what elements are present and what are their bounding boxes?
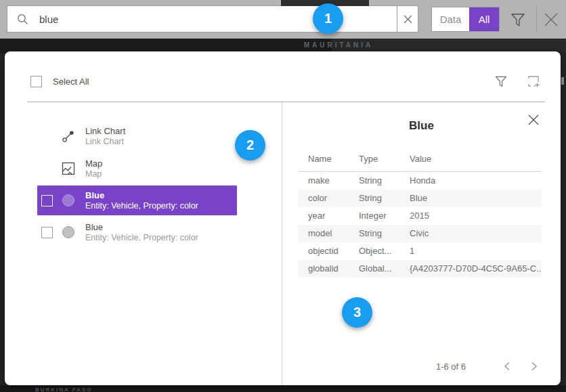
cell-name: objectid [298,242,349,260]
result-title: Map [85,158,102,169]
filter-results-icon[interactable] [494,74,508,88]
item-checkbox[interactable] [41,195,53,206]
pagination: 1-6 of 6 [436,357,543,375]
cell-type: Object... [349,242,399,260]
cell-value: Civic [399,225,542,242]
detail-pane: Blue Name Type Value make String Honda c… [282,102,561,385]
result-item-blue-selected[interactable]: Blue Entity: Vehicle, Property: color [37,186,237,215]
map-label-burkina-faso: BURKINA FASO [35,387,93,392]
cell-name: globalid [298,260,349,278]
result-item-map[interactable]: Map Map [5,153,282,184]
select-all-checkbox[interactable] [30,76,42,87]
result-subtitle: Entity: Vehicle, Property: color [85,233,198,243]
search-scope-toggle: Data All [431,7,500,32]
annotation-callout-3: 3 [342,297,372,328]
cell-value: Honda [399,172,542,190]
select-all-row[interactable]: Select All [30,76,89,87]
cell-value: {A4203777-D70D-4C5C-9A65-C... [399,260,542,278]
map-label-mauritania: MAURITANIA [284,41,393,49]
table-row: model String Civic [298,225,542,242]
cell-value: 2015 [399,207,542,225]
item-checkbox[interactable] [41,227,53,238]
table-header: Name Type Value [298,150,542,172]
result-title: Blue [85,190,198,201]
cell-type: String [349,190,399,207]
previous-page-icon[interactable] [498,357,516,375]
pagination-label: 1-6 of 6 [436,362,466,372]
column-name: Name [298,150,349,171]
detail-title: Blue [282,119,561,133]
cell-name: make [298,172,349,190]
table-row: color String Blue [298,190,542,207]
cell-type: String [349,225,399,242]
select-all-label: Select All [53,77,89,87]
clear-search-button[interactable] [397,6,418,32]
close-search-icon[interactable] [541,9,561,30]
result-subtitle: Link Chart [85,137,125,147]
map-icon [61,161,76,176]
cell-type: Integer [349,207,399,225]
annotation-callout-1: 1 [313,3,343,34]
result-item-blue[interactable]: Blue Entity: Vehicle, Property: color [5,217,282,248]
toolbar-divider [536,6,537,32]
attributes-table: Name Type Value make String Honda color … [298,150,542,278]
cell-name: model [298,225,349,242]
cell-value: Blue [399,190,542,207]
result-title: Blue [85,222,198,233]
cell-name: color [298,190,349,207]
column-value: Value [399,150,542,171]
result-subtitle: Entity: Vehicle, Property: color [85,201,198,211]
filter-icon[interactable] [510,12,526,28]
entity-circle-icon [61,193,76,208]
search-results-panel: Select All Link Chart Link Ch [5,51,561,385]
result-subtitle: Map [85,169,102,179]
link-chart-icon [61,129,76,144]
close-detail-icon[interactable] [527,113,542,128]
map-scrollbar-thumb[interactable] [561,77,564,85]
column-type: Type [349,150,399,171]
cell-value: 1 [399,242,542,260]
search-icon [7,6,28,32]
table-row: globalid Global... {A4203777-D70D-4C5C-9… [298,260,542,278]
table-row: objectid Object... 1 [298,242,542,260]
scope-all-button[interactable]: All [469,7,499,31]
search-box[interactable] [7,5,418,32]
table-row: make String Honda [298,172,542,190]
scope-data-button[interactable]: Data [432,7,469,31]
add-selection-icon[interactable] [527,74,540,88]
cell-type: Global... [349,260,399,278]
cell-name: year [298,207,349,225]
next-page-icon[interactable] [525,357,543,375]
table-row: year Integer 2015 [298,207,542,225]
cell-type: String [349,172,399,190]
annotation-callout-2: 2 [235,130,265,160]
entity-circle-icon [61,225,76,240]
result-title: Link Chart [85,126,125,137]
